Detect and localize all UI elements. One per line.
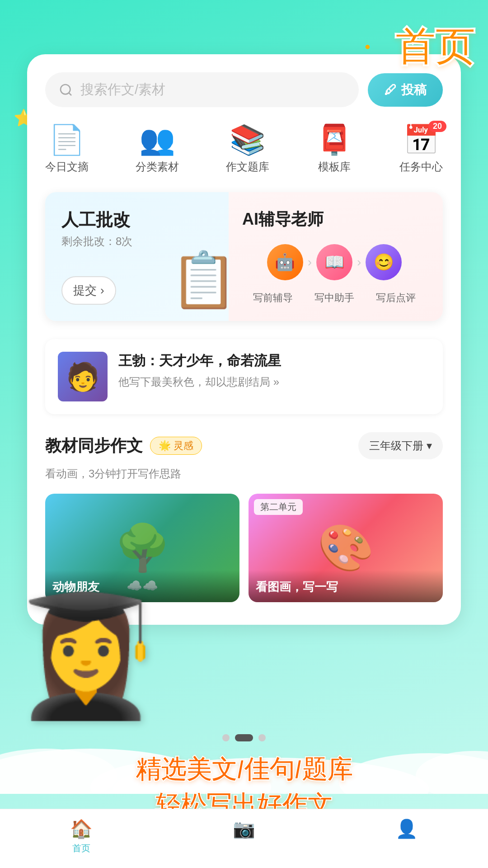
ai-labels: 写前辅导 写中助手 写后点评	[242, 291, 427, 305]
panel-human-review[interactable]: 人工批改 剩余批改：8次 提交 › 📋	[45, 192, 229, 321]
nav-dot-2-active	[235, 734, 253, 741]
page-title: 首页	[395, 27, 474, 67]
section-subtitle: 看动画，3分钟打开写作思路	[45, 467, 443, 481]
card2-label: 看图画，写一写	[249, 570, 443, 602]
essay-library-icon: 📚	[230, 123, 266, 156]
submit-label: 投稿	[401, 81, 427, 99]
camera-icon: 📷	[233, 818, 255, 840]
human-review-sub: 剩余批改：8次	[61, 234, 215, 249]
search-input-wrap[interactable]: 搜索作文/素材	[45, 72, 359, 107]
template-library-label: 模板库	[318, 160, 351, 174]
task-center-label: 任务中心	[399, 160, 443, 174]
submit-button[interactable]: 🖊 投稿	[368, 73, 443, 107]
ai-flow: 🤖 › 📖 › 😊	[242, 244, 427, 280]
section-title-wrap: 教材同步作文 🌟 灵感	[45, 435, 202, 457]
search-placeholder: 搜索作文/素材	[80, 80, 165, 99]
tab-home-label: 首页	[72, 842, 90, 854]
nav-dot-3	[258, 734, 266, 741]
svg-line-1	[69, 93, 71, 95]
chevron-right-icon: ›	[100, 283, 104, 297]
card-draw-write[interactable]: 🎨 第二单元 看图画，写一写	[249, 494, 443, 602]
inspiration-tag: 🌟 灵感	[150, 437, 202, 455]
tab-camera[interactable]: 📷	[233, 818, 255, 854]
article-thumbnail: 🧑	[58, 352, 108, 401]
submit-icon: 🖊	[384, 82, 397, 97]
search-icon	[59, 83, 73, 97]
mid-write-icon: 📖	[316, 244, 352, 280]
tab-profile[interactable]: 👤	[395, 818, 418, 854]
icon-task-center[interactable]: 📅 20 任务中心	[399, 125, 443, 174]
home-icon: 🏠	[70, 818, 93, 840]
daily-article-icon: 📄	[49, 123, 85, 156]
unit-badge: 第二单元	[254, 499, 303, 515]
human-review-title: 人工批改	[61, 208, 215, 231]
nav-dot-1	[222, 734, 230, 741]
pre-write-label: 写前辅导	[242, 291, 304, 305]
article-card[interactable]: 🧑 王勃：天才少年，命若流星 他写下最美秋色，却以悲剧结局 »	[45, 339, 443, 414]
essay-library-label: 作文题库	[226, 160, 269, 174]
submit-small-btn[interactable]: 提交 ›	[61, 276, 116, 305]
panel-ai-tutor[interactable]: AI辅导老师 🤖 › 📖 › 😊 写前辅导 写中助手 写后点评	[229, 192, 443, 321]
article-text: 王勃：天才少年，命若流星 他写下最美秋色，却以悲剧结局 »	[118, 352, 430, 389]
grade-label: 三年级下册 ▾	[369, 439, 432, 453]
search-bar: 搜索作文/素材 🖊 投稿	[45, 72, 443, 107]
article-title: 王勃：天才少年，命若流星	[118, 352, 430, 370]
two-panel: 人工批改 剩余批改：8次 提交 › 📋 AI辅导老师 🤖 › 📖 ›	[45, 192, 443, 321]
grade-dropdown[interactable]: 三年级下册 ▾	[358, 432, 443, 459]
arrow-2: ›	[357, 255, 361, 269]
bottom-character: 👩‍🎓	[0, 488, 172, 714]
post-write-icon: 😊	[366, 244, 402, 280]
tab-home[interactable]: 🏠 首页	[70, 818, 93, 854]
mid-write-label: 写中助手	[304, 291, 365, 305]
submit-small-label: 提交	[73, 283, 97, 298]
article-subtitle: 他写下最美秋色，却以悲剧结局 »	[118, 375, 430, 389]
ai-tutor-title: AI辅导老师	[242, 208, 427, 231]
category-material-icon: 👥	[139, 123, 175, 156]
icon-template-library[interactable]: 📮 模板库	[316, 125, 352, 174]
task-badge: 20	[428, 121, 446, 132]
pre-write-icon: 🤖	[267, 244, 303, 280]
category-material-label: 分类素材	[136, 160, 179, 174]
profile-icon: 👤	[395, 818, 418, 840]
icon-essay-library[interactable]: 📚 作文题库	[226, 125, 269, 174]
section-title: 教材同步作文	[45, 435, 143, 457]
bottom-text-line1: 精选美文/佳句/题库	[0, 752, 488, 787]
section-header: 教材同步作文 🌟 灵感 三年级下册 ▾	[45, 432, 443, 459]
daily-article-label: 今日文摘	[45, 160, 89, 174]
icon-daily-article[interactable]: 📄 今日文摘	[45, 125, 89, 174]
nav-dots	[222, 734, 266, 741]
arrow-1: ›	[308, 255, 312, 269]
icon-category-material[interactable]: 👥 分类素材	[136, 125, 179, 174]
icons-row: 📄 今日文摘 👥 分类素材 📚 作文题库 📮 模板库 📅 20	[45, 125, 443, 174]
star-icon: 🌟	[159, 440, 171, 452]
template-library-icon: 📮	[316, 123, 352, 156]
paper-icon: 📋	[170, 248, 238, 312]
svg-point-0	[61, 85, 70, 94]
tag-label: 灵感	[174, 439, 193, 453]
tab-bar: 🏠 首页 📷 👤	[0, 809, 488, 868]
post-write-label: 写后点评	[365, 291, 427, 305]
character-figure: 👩‍🎓	[13, 597, 159, 714]
deco-circle-1: ●	[365, 41, 371, 52]
